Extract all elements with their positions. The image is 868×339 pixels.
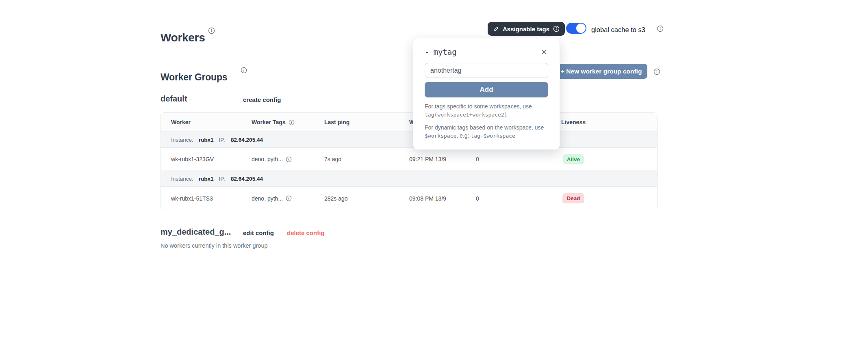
instance-name: rubx1 — [199, 137, 214, 143]
ip-label: IP: — [219, 137, 226, 143]
info-icon-global-cache[interactable] — [657, 25, 664, 32]
help-text: For dynamic tags based on the workspace,… — [425, 124, 544, 131]
assignable-tags-button[interactable]: Assignable tags — [488, 22, 565, 36]
instance-row: Instance: rubx1 IP: 82.64.205.44 — [161, 171, 657, 187]
close-icon[interactable] — [540, 48, 548, 56]
header-last-ping: Last ping — [324, 119, 409, 125]
info-icon-assignable-tags[interactable] — [553, 26, 560, 32]
toggle-knob — [576, 24, 586, 33]
jobs-value: 0 — [476, 195, 527, 202]
instance-label: Instance: — [171, 176, 193, 182]
info-icon-worker-tags-header[interactable] — [289, 119, 295, 125]
worker-row: wk-rubx1-51TS3 deno, pyth... 282s ago 09… — [161, 187, 657, 210]
info-icon-worker-tags[interactable] — [286, 195, 292, 201]
help-text: , e.g: — [456, 132, 471, 139]
info-icon-worker-tags[interactable] — [286, 156, 292, 162]
instance-label: Instance: — [171, 137, 193, 143]
remove-tag-button[interactable]: - — [425, 48, 429, 56]
header-worker-tags-label: Worker Tags — [252, 119, 286, 125]
workers-table: Worker Worker Tags Last ping Worker star… — [161, 112, 658, 210]
pencil-icon — [493, 26, 499, 32]
assignable-tags-popup: - mytag Add For tags specific to some wo… — [413, 38, 560, 150]
last-ping-value: 7s ago — [324, 156, 409, 162]
page-title: Workers — [161, 32, 205, 43]
jobs-value: 0 — [476, 156, 527, 162]
instance-name: rubx1 — [199, 176, 214, 182]
edit-config-link[interactable]: edit config — [243, 230, 274, 236]
group-name-dedicated: my_dedicated_g... — [161, 228, 231, 236]
worker-row: wk-rubx1-323GV deno, pyth... 7s ago 09:2… — [161, 148, 657, 171]
info-icon-new-config[interactable] — [653, 68, 660, 75]
empty-group-message: No workers currently in this worker grou… — [161, 242, 268, 249]
info-icon-worker-groups[interactable] — [241, 67, 247, 73]
liveness-badge-alive: Alive — [563, 154, 584, 164]
table-header-row: Worker Worker Tags Last ping Worker star… — [161, 113, 657, 132]
worker-tags-value: deno, pyth... — [252, 195, 283, 202]
header-worker: Worker — [161, 119, 252, 125]
instance-ip: 82.64.205.44 — [231, 176, 263, 182]
help-code: tag-$workspace — [471, 133, 515, 139]
global-cache-toggle[interactable] — [566, 23, 586, 34]
tags-help-dynamic: For dynamic tags based on the workspace,… — [425, 124, 548, 140]
info-icon-workers-title[interactable] — [208, 27, 215, 34]
global-cache-label: global cache to s3 — [591, 26, 645, 33]
new-worker-group-config-button[interactable]: + New worker group config — [555, 64, 647, 79]
help-text: For tags specific to some workspaces, us… — [425, 103, 532, 110]
instance-row: Instance: rubx1 IP: 82.64.205.44 — [161, 132, 657, 148]
worker-start-value: 09:21 PM 13/9 — [409, 156, 476, 162]
worker-tags-value: deno, pyth... — [252, 156, 283, 162]
tag-row: - mytag — [425, 47, 548, 57]
ip-label: IP: — [219, 176, 226, 182]
worker-groups-title: Worker Groups — [161, 73, 227, 82]
tags-help-workspaces: For tags specific to some workspaces, us… — [425, 103, 548, 119]
group-name-default: default — [161, 95, 187, 103]
worker-start-value: 09:08 PM 13/9 — [409, 195, 476, 202]
add-tag-button[interactable]: Add — [425, 82, 548, 97]
worker-tags-cell: deno, pyth... — [252, 156, 324, 162]
worker-name: wk-rubx1-323GV — [161, 156, 252, 162]
instance-ip: 82.64.205.44 — [231, 137, 263, 143]
delete-config-link[interactable]: delete config — [287, 230, 325, 236]
worker-name: wk-rubx1-51TS3 — [161, 195, 252, 202]
header-worker-tags: Worker Tags — [252, 119, 324, 125]
create-config-link[interactable]: create config — [243, 97, 281, 103]
worker-tags-cell: deno, pyth... — [252, 195, 324, 202]
new-tag-input[interactable] — [425, 63, 548, 78]
last-ping-value: 282s ago — [324, 195, 409, 202]
tag-name: mytag — [433, 48, 456, 56]
help-code: $workspace — [425, 133, 456, 139]
liveness-badge-dead: Dead — [562, 193, 584, 203]
help-code: tag(workspace1+workspace2) — [425, 112, 508, 118]
assignable-tags-label: Assignable tags — [503, 26, 549, 32]
